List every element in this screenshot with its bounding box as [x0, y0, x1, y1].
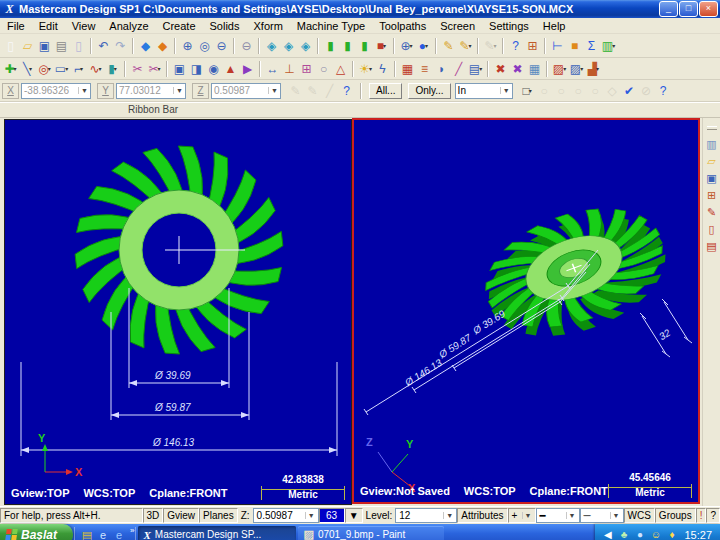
- point-style-select[interactable]: +▼: [508, 508, 536, 523]
- menu-item[interactable]: Help: [536, 20, 573, 32]
- menu-item[interactable]: Analyze: [102, 20, 155, 32]
- create-polyline-icon[interactable]: ∿▾: [87, 61, 104, 77]
- select-verify-icon[interactable]: ✔: [621, 83, 638, 99]
- analyze-position-icon[interactable]: ⊞: [524, 38, 541, 54]
- xform-array-icon[interactable]: ⊞: [298, 61, 315, 77]
- print-icon[interactable]: ▤: [53, 38, 70, 54]
- status-z-field[interactable]: 0.50987▼: [253, 508, 319, 523]
- trim-entity-icon[interactable]: ✂: [129, 61, 146, 77]
- zoom-fit-icon[interactable]: ◆: [137, 38, 154, 54]
- select-chain-icon[interactable]: ○: [570, 83, 587, 99]
- select-none-icon[interactable]: ⊘: [638, 83, 655, 99]
- status-planes-button[interactable]: Planes: [199, 508, 238, 523]
- taskbar-task-paint[interactable]: ▨ 0701_9.bmp - Paint: [298, 526, 444, 540]
- zoom-target-icon[interactable]: ◎: [196, 38, 213, 54]
- fastpoint-icon[interactable]: ✎: [287, 83, 304, 99]
- quick-launch-browser-icon[interactable]: e: [112, 528, 126, 540]
- cursor-snap-icon[interactable]: ╱: [321, 83, 338, 99]
- minimize-button[interactable]: _: [659, 1, 678, 17]
- create-cylinder-icon[interactable]: ▮▾: [104, 61, 121, 77]
- screen-fill-icon[interactable]: ▨▾: [568, 61, 585, 77]
- menu-item[interactable]: Create: [156, 20, 203, 32]
- xform-rotate-icon[interactable]: ◉: [205, 61, 222, 77]
- surface-sweep-icon[interactable]: ╱: [450, 61, 467, 77]
- line-width-select[interactable]: ─▼: [580, 508, 624, 523]
- fastpoint-lock-icon[interactable]: ✎: [304, 83, 321, 99]
- y-coord-field[interactable]: 77.03012▼: [116, 83, 186, 99]
- wireframe-view-icon[interactable]: ⊕▾: [398, 38, 415, 54]
- attributes-multi-icon[interactable]: ✎▾: [457, 38, 474, 54]
- trim-many-icon[interactable]: ✂▾: [146, 61, 163, 77]
- tray-app-2-icon[interactable]: ●: [633, 528, 646, 540]
- status-gview-button[interactable]: Gview: [163, 508, 199, 523]
- screen-blank-icon[interactable]: ▨▾: [551, 61, 568, 77]
- view-previous-icon[interactable]: ◈: [263, 38, 280, 54]
- status-wcs-button[interactable]: WCS: [624, 508, 655, 523]
- status-level-field[interactable]: 12▼: [395, 508, 457, 523]
- menu-item[interactable]: Settings: [482, 20, 536, 32]
- zoom-out-icon[interactable]: ⊖: [238, 38, 255, 54]
- print-preview-icon[interactable]: ▯: [70, 38, 87, 54]
- undelete-icon[interactable]: ▦: [526, 61, 543, 77]
- dynamic-rotate-icon[interactable]: ◆: [154, 38, 171, 54]
- analyze-chain-icon[interactable]: ▥▾: [600, 38, 617, 54]
- line-style-select[interactable]: ━▼: [536, 508, 580, 523]
- start-button[interactable]: Başlat: [0, 524, 73, 540]
- tray-app-3-icon[interactable]: ♦: [665, 528, 678, 540]
- new-file-icon[interactable]: ▯: [2, 38, 19, 54]
- view-named-icon[interactable]: ◈: [280, 38, 297, 54]
- create-line-icon[interactable]: ╲▾: [19, 61, 36, 77]
- shaded-view-icon[interactable]: ■▾: [373, 38, 390, 54]
- xform-project-icon[interactable]: ⊥: [281, 61, 298, 77]
- viewport-iso-view[interactable]: Ø 39.69 Ø 59.87 Ø 146.13 32 Z Y X Gview:…: [352, 118, 700, 504]
- surface-ruled-icon[interactable]: ≡: [416, 61, 433, 77]
- surface-net-icon[interactable]: ▤▾: [467, 61, 484, 77]
- viewport-single-icon[interactable]: ▯: [704, 223, 719, 236]
- xform-roll-icon[interactable]: ○: [315, 61, 332, 77]
- status-3d-button[interactable]: 3D: [143, 508, 164, 523]
- create-point-icon[interactable]: ✚▾: [2, 61, 19, 77]
- view-iso-icon[interactable]: ◈: [297, 38, 314, 54]
- render-view-icon[interactable]: ●▾: [415, 38, 432, 54]
- screen-stamp-icon[interactable]: ▟▾: [585, 61, 602, 77]
- materials-icon[interactable]: ϟ: [374, 61, 391, 77]
- viewport-split-icon[interactable]: ▤: [704, 240, 719, 253]
- hide-icons-chevron-icon[interactable]: ◀: [601, 528, 614, 540]
- lighting-icon[interactable]: ☀▾: [357, 61, 374, 77]
- analyze-position-icon[interactable]: ⊞: [704, 189, 719, 202]
- entity-attributes-icon[interactable]: ✎: [704, 206, 719, 219]
- menu-item[interactable]: Solids: [203, 20, 247, 32]
- xform-scale-icon[interactable]: ▲: [222, 61, 239, 77]
- analyze-distance-icon[interactable]: ⊢: [549, 38, 566, 54]
- redo-icon[interactable]: ↷: [112, 38, 129, 54]
- tray-app-1-icon[interactable]: ♣: [617, 528, 630, 540]
- quick-launch-ie-icon[interactable]: e: [96, 528, 110, 540]
- menu-item[interactable]: Screen: [433, 20, 482, 32]
- select-window-icon[interactable]: □▾: [519, 83, 536, 99]
- taskbar-task-mastercam[interactable]: X Mastercam Design SP...: [138, 526, 296, 540]
- menu-item[interactable]: Toolpaths: [372, 20, 433, 32]
- save-file-icon[interactable]: ▣: [36, 38, 53, 54]
- zoom-in-out-icon[interactable]: ⊖: [213, 38, 230, 54]
- create-rectangle-icon[interactable]: ▭▾: [53, 61, 70, 77]
- close-button[interactable]: ×: [699, 1, 718, 17]
- xform-mirror-icon[interactable]: ◨: [188, 61, 205, 77]
- gview-top-icon[interactable]: ▮: [322, 38, 339, 54]
- select-polygon-icon[interactable]: ○: [536, 83, 553, 99]
- create-arc-icon[interactable]: ◎▾: [36, 61, 53, 77]
- surface-loft-icon[interactable]: ◗: [433, 61, 450, 77]
- menu-item[interactable]: Machine Type: [290, 20, 372, 32]
- undo-icon[interactable]: ↶: [95, 38, 112, 54]
- menu-item[interactable]: Xform: [247, 20, 290, 32]
- select-only-button[interactable]: Only...: [408, 83, 450, 99]
- restore-button[interactable]: □: [679, 1, 698, 17]
- zoom-window-icon[interactable]: ⊕: [179, 38, 196, 54]
- analyze-dynamic-icon[interactable]: ■: [566, 38, 583, 54]
- x-coord-field[interactable]: -38.96326▼: [21, 83, 91, 99]
- z-coord-field[interactable]: 0.50987▼: [211, 83, 281, 99]
- gview-side-icon[interactable]: ▮: [356, 38, 373, 54]
- delete-entity-icon[interactable]: ✖: [492, 61, 509, 77]
- analyze-volume-icon[interactable]: Σ: [583, 38, 600, 54]
- status-attributes-button[interactable]: Attributes: [457, 508, 507, 523]
- save-file-icon[interactable]: ▣: [704, 172, 719, 185]
